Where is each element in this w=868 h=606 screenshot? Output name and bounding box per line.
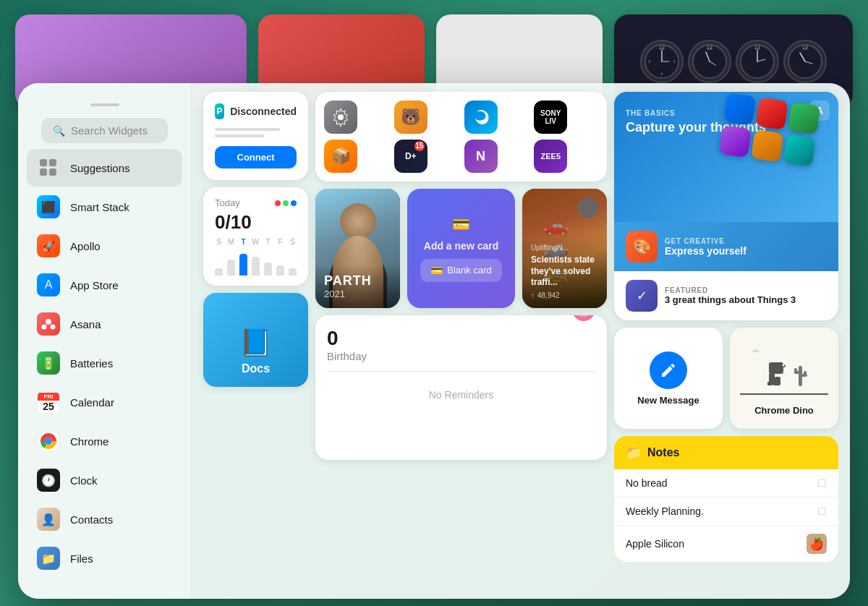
dino-label: Chrome Dino [754, 405, 814, 416]
photo-head [340, 203, 376, 239]
bar-tue [239, 254, 247, 276]
batteries-label: Batteries [70, 357, 113, 370]
suggestions-label: Suggestions [70, 162, 130, 174]
news-widget: 🚗🚙🚕 UpliftingN... Scientists state they'… [522, 189, 607, 308]
svg-text:12: 12 [660, 46, 665, 51]
featured-section: ✓ FEATURED 3 great things about Things 3 [614, 271, 838, 320]
app-icon-bear[interactable]: 🐻 [394, 101, 427, 134]
featured-top: A THE BASICS [614, 92, 838, 222]
reminders-widget: 🎂 0 Birthday No Reminders [315, 315, 607, 460]
calendar-label: Calendar [70, 396, 114, 409]
birthday-icon: 🎂 [572, 315, 595, 321]
appstore-label: App Store [70, 279, 119, 291]
featured-apps-grid [719, 93, 821, 166]
sidebar-item-calendar[interactable]: FRI 25 Calendar [27, 383, 182, 421]
creative-category: GET CREATIVE [665, 237, 746, 245]
featured-category: FEATURED [665, 286, 796, 294]
notes-item-weekly: Weekly Planning. ☐ [614, 498, 838, 526]
notes-item-thumb: 🍎 [807, 534, 827, 554]
smartstack-icon: ⬛ [37, 195, 60, 218]
files-icon: 📁 [37, 547, 60, 570]
sidebar-item-apollo[interactable]: 🚀 Apollo [27, 227, 182, 265]
blank-card-button[interactable]: 💳 Blank card [420, 259, 501, 282]
left-column: P Disconnected Connect Today [203, 92, 308, 590]
widget-panel: 🔍 Search Widgets Suggestions ⬛ Smart Sta… [18, 83, 850, 599]
suggestions-icon [37, 156, 60, 179]
notes-item-no-bread: No bread ☐ [614, 469, 838, 498]
sidebar-item-contacts[interactable]: 👤 Contacts [27, 500, 182, 538]
app-icon-onenote[interactable]: N [464, 140, 498, 173]
app-icon-amazon[interactable]: 📦 [324, 140, 357, 173]
news-source: UpliftingN... [531, 244, 598, 252]
docs-icon: 📘 [239, 328, 272, 358]
svg-point-24 [42, 325, 47, 330]
svg-rect-41 [804, 371, 807, 377]
vpn-line-2 [215, 135, 264, 137]
day-tue: T [239, 238, 247, 246]
app-icon-edge[interactable] [464, 101, 498, 134]
asana-label: Asana [70, 318, 101, 330]
blank-card-label: Blank card [447, 265, 491, 276]
appstore-icon: A [37, 273, 60, 296]
dino-widget: ☁ [730, 328, 838, 429]
clock-face-3: 12 [736, 40, 779, 83]
batteries-icon: 🔋 [37, 351, 60, 375]
svg-rect-35 [767, 382, 773, 385]
sidebar-item-chrome[interactable]: Chrome [27, 422, 182, 460]
notes-title: Notes [647, 446, 679, 459]
sidebar-item-app-store[interactable]: A App Store [27, 266, 182, 304]
photo-widget: PARTH 2021 [315, 189, 400, 308]
sidebar-item-clock[interactable]: 🕐 Clock [27, 461, 182, 499]
vpn-logo: P [215, 103, 224, 119]
sidebar-item-asana[interactable]: Asana [27, 305, 182, 343]
sidebar-item-suggestions[interactable]: Suggestions [27, 149, 182, 187]
svg-rect-36 [773, 383, 778, 385]
files-label: Files [70, 552, 93, 565]
sidebar-item-smart-stack[interactable]: ⬛ Smart Stack [27, 188, 182, 226]
message-widget: New Message [614, 328, 723, 429]
svg-text:12: 12 [707, 46, 712, 51]
vpn-lines [215, 128, 297, 137]
search-bar[interactable]: 🔍 Search Widgets [41, 118, 168, 143]
smartstack-label: Smart Stack [70, 201, 129, 213]
featured-title: 3 great things about Things 3 [665, 294, 796, 305]
search-placeholder: Search Widgets [71, 124, 148, 137]
vpn-header: P Disconnected [215, 103, 297, 119]
bar-thu [264, 263, 272, 276]
sidebar-item-batteries[interactable]: 🔋 Batteries [27, 344, 182, 382]
app-icon-zee5[interactable]: ZEE5 [534, 140, 567, 173]
reminders-count: 0 [327, 327, 595, 350]
activity-dot-red [275, 200, 281, 206]
day-sun: S [215, 238, 223, 246]
dino-ground [740, 393, 828, 395]
notes-header: 📁 Notes [614, 436, 838, 469]
svg-point-28 [46, 438, 51, 444]
day-sat: S [289, 238, 297, 246]
widgets-grid: P Disconnected Connect Today [192, 83, 850, 599]
card-header: 💳 [452, 215, 470, 233]
creative-icon: 🎨 [626, 231, 658, 263]
bar-sat [289, 268, 297, 276]
app-icon-settings[interactable] [324, 101, 357, 134]
clock-icon: 🕐 [37, 469, 60, 492]
dino-character [762, 359, 787, 388]
creative-title: Express yourself [665, 245, 746, 257]
docs-widget: 📘 Docs [203, 293, 308, 387]
notes-folder-icon: 📁 [626, 445, 642, 461]
activity-dot-green [283, 200, 289, 206]
notes-item-text-3: Apple Silicon [626, 538, 684, 550]
vpn-connect-button[interactable]: Connect [215, 146, 297, 168]
apollo-label: Apollo [70, 240, 101, 252]
photo-year: 2021 [324, 289, 391, 299]
contacts-label: Contacts [70, 513, 113, 526]
bar-mon [227, 260, 235, 276]
sidebar-item-files[interactable]: 📁 Files [27, 539, 182, 577]
clock-face-4: 12 [783, 40, 827, 83]
app-icon-sony[interactable]: SONYLIV [534, 101, 567, 134]
activity-count: 0/10 [215, 211, 297, 234]
app-icon-hotstar[interactable]: D+ 15 [394, 140, 427, 173]
activity-header: Today [215, 197, 297, 208]
vpn-title: Disconnected [230, 106, 297, 117]
day-thu: T [264, 238, 272, 246]
featured-app-1 [723, 93, 756, 125]
